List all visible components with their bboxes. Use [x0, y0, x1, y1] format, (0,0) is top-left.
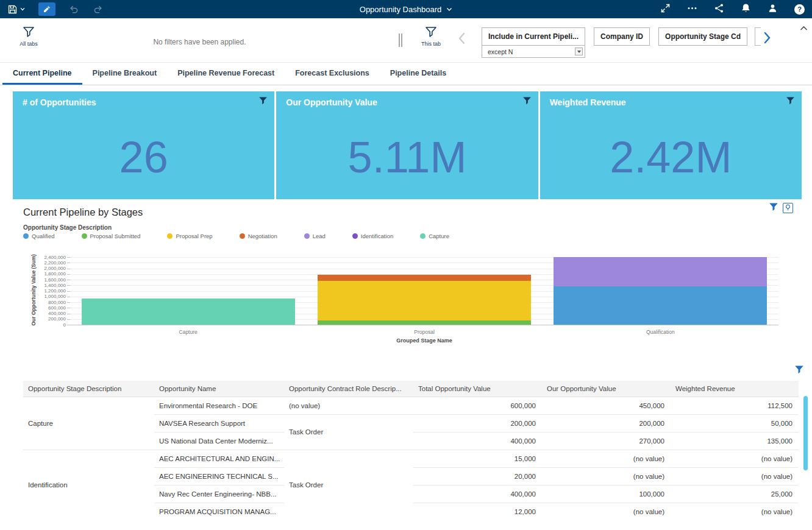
y-tick-mark	[67, 319, 70, 320]
table-row: IdentificationAEC ARCHITECTURAL AND ENGI…	[23, 450, 799, 467]
table-scrollbar-thumb[interactable]	[803, 396, 808, 470]
tab-pipeline-revenue-forecast[interactable]: Pipeline Revenue Forecast	[167, 63, 285, 85]
table-cell[interactable]: Task Order	[284, 414, 413, 450]
table-cell[interactable]: AEC ARCHITECTURAL AND ENGIN...	[154, 450, 284, 467]
column-header-weighted-revenue[interactable]: Weighted Revenue	[671, 381, 799, 397]
tab-pipeline-breakout[interactable]: Pipeline Breakout	[82, 63, 168, 85]
y-tick-label: 400,000	[22, 311, 66, 316]
legend-item-proposal-submitted[interactable]: Proposal Submitted	[82, 233, 141, 239]
tab-bar: Current PipelinePipeline BreakoutPipelin…	[0, 63, 812, 85]
chart-insights-button[interactable]	[783, 203, 793, 213]
table-cell[interactable]: (no value)	[542, 467, 671, 485]
kpi-card-of-opportunities[interactable]: # of Opportunities26	[13, 91, 274, 199]
filter-chip-opportunity-stage-cd[interactable]: Opportunity Stage Cd	[658, 27, 747, 46]
table-cell[interactable]: (no value)	[542, 503, 671, 520]
legend-item-proposal-prep[interactable]: Proposal Prep	[167, 233, 212, 239]
y-tick-label: 800,000	[22, 300, 66, 305]
table-cell[interactable]: (no value)	[671, 503, 799, 520]
filter-chip-include-in-current-pipeli[interactable]: Include in Current Pipeli...except N	[482, 27, 585, 58]
table-cell[interactable]: 12,000	[413, 503, 542, 520]
legend-item-lead[interactable]: Lead	[304, 233, 326, 239]
chips-scroll-right-button[interactable]	[764, 32, 771, 46]
y-tick-mark	[67, 280, 70, 280]
table-cell[interactable]: 400,000	[413, 485, 542, 503]
chart-filter-button[interactable]	[769, 202, 778, 214]
tab-current-pipeline[interactable]: Current Pipeline	[2, 63, 82, 85]
table-cell[interactable]: 50,000	[671, 414, 799, 432]
table-cell[interactable]: (no value)	[671, 467, 799, 485]
kpi-card-our-opportunity-value[interactable]: Our Opportunity Value5.11M	[276, 91, 538, 199]
tab-pipeline-details[interactable]: Pipeline Details	[380, 63, 457, 85]
table-cell[interactable]: 400,000	[413, 432, 542, 450]
splitter-handle[interactable]	[399, 34, 402, 47]
table-cell[interactable]: 200,000	[413, 414, 542, 432]
column-header-opportunity-stage-description[interactable]: Opportunity Stage Description	[23, 381, 154, 397]
table-cell[interactable]: (no value)	[542, 450, 671, 467]
column-header-our-opportunity-value[interactable]: Our Opportunity Value	[542, 381, 671, 397]
notifications-button[interactable]	[741, 3, 751, 15]
chevron-down-icon[interactable]	[575, 48, 583, 55]
chips-scroll-left-button[interactable]	[458, 32, 465, 46]
table-cell[interactable]: 450,000	[542, 397, 671, 414]
column-header-total-opportunity-value[interactable]: Total Opportunity Value	[413, 381, 542, 397]
title-menu-button[interactable]	[446, 7, 452, 12]
filter-icon[interactable]	[258, 96, 268, 108]
filter-chip-label[interactable]: Opportunity Stage Cd	[659, 28, 747, 45]
table-cell[interactable]: Task Order	[284, 450, 413, 520]
kpi-card-weighted-revenue[interactable]: Weighted Revenue2.42M	[540, 91, 802, 199]
legend-swatch	[23, 233, 29, 239]
help-button[interactable]: ?	[794, 4, 805, 15]
table-cell[interactable]: Capture	[23, 397, 154, 450]
table-cell[interactable]: (no value)	[671, 450, 799, 467]
filter-chip-partial	[755, 27, 761, 46]
column-header-opportunity-contract-role-descrip[interactable]: Opportunity Contract Role Descrip...	[284, 381, 413, 397]
filter-chip-label[interactable]: Company ID	[594, 28, 649, 45]
filter-icon[interactable]	[786, 96, 795, 108]
table-cell[interactable]: 200,000	[542, 414, 671, 432]
legend-item-capture[interactable]: Capture	[420, 233, 449, 239]
bar-proposal-proposal-prep[interactable]	[318, 281, 531, 320]
table-cell[interactable]: US National Data Center Moderniz...	[154, 432, 284, 450]
bar-proposal-negotiation[interactable]	[318, 275, 531, 281]
dashboard-title: Opportunity Dashboard	[360, 5, 441, 14]
collapse-filter-bar-button[interactable]	[800, 24, 808, 33]
this-tab-filter-button[interactable]: This tab	[417, 26, 445, 47]
bar-qualification-qualified[interactable]	[554, 286, 767, 325]
table-cell[interactable]: 100,000	[542, 485, 671, 503]
table-cell[interactable]: Identification	[23, 450, 154, 520]
account-button[interactable]	[767, 3, 778, 15]
x-category-label-proposal: Proposal	[388, 329, 461, 335]
table-filter-button[interactable]	[794, 365, 804, 376]
gridline	[70, 325, 778, 325]
table-cell[interactable]: (no value)	[284, 397, 413, 414]
filter-chip-company-id[interactable]: Company ID	[594, 27, 650, 46]
table-cell[interactable]: 15,000	[413, 450, 542, 467]
bar-qualification-lead[interactable]	[554, 257, 767, 286]
column-header-opportunity-name[interactable]: Opportunity Name	[154, 381, 284, 397]
table-cell[interactable]: 25,000	[671, 485, 799, 503]
y-tick-mark	[67, 325, 70, 325]
table-cell[interactable]: 600,000	[413, 397, 542, 414]
legend-item-negotiation[interactable]: Negotiation	[240, 233, 277, 239]
filter-chip-condition[interactable]: except N	[482, 45, 585, 57]
share-button[interactable]	[714, 3, 724, 15]
table-cell[interactable]: Environmental Research - DOE	[154, 397, 284, 414]
more-options-button[interactable]	[687, 3, 697, 15]
table-cell[interactable]: 20,000	[413, 467, 542, 485]
fullscreen-button[interactable]	[660, 3, 671, 15]
table-cell[interactable]: PROGRAM ACQUISITION MANAG...	[154, 503, 284, 520]
kpi-title: Weighted Revenue	[550, 97, 626, 107]
table-cell[interactable]: AEC ENGINEERING TECHNICAL S...	[154, 467, 284, 485]
legend-item-identification[interactable]: Identification	[352, 233, 393, 239]
table-cell[interactable]: 270,000	[542, 432, 671, 450]
table-cell[interactable]: 135,000	[671, 432, 799, 450]
table-cell[interactable]: 112,500	[671, 397, 799, 414]
bar-proposal-proposal-submitted[interactable]	[318, 320, 531, 325]
filter-chip-label[interactable]: Include in Current Pipeli...	[482, 28, 585, 45]
filter-icon[interactable]	[522, 96, 532, 108]
tab-forecast-exclusions[interactable]: Forecast Exclusions	[285, 63, 380, 85]
table-cell[interactable]: NAVSEA Research Support	[154, 414, 284, 432]
table-cell[interactable]: Navy Rec Center Engineering- NBB...	[154, 485, 284, 503]
legend-item-qualified[interactable]: Qualified	[23, 233, 55, 239]
bar-capture-capture[interactable]	[82, 299, 295, 325]
